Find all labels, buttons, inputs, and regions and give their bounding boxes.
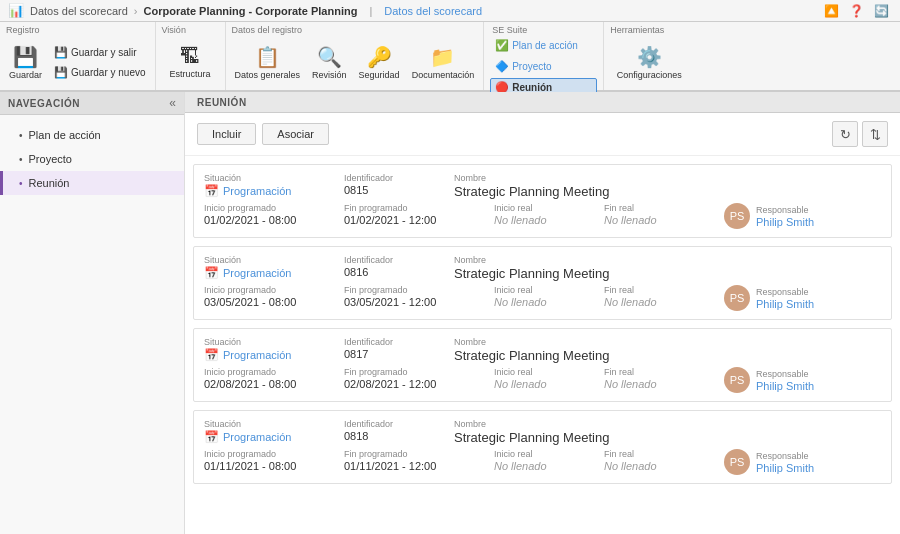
incluir-button[interactable]: Incluir — [197, 123, 256, 145]
proyecto-button[interactable]: 🔷 Proyecto — [490, 57, 597, 76]
real-start-field-2: Inicio real No llenado — [494, 285, 604, 308]
real-end-field-4: Fin real No llenado — [604, 449, 724, 472]
responsible-label-3: Responsable — [756, 369, 814, 379]
situation-label-1: Situación — [204, 173, 344, 183]
avatar-2: PS — [724, 285, 750, 311]
documentacion-icon: 📁 — [430, 45, 455, 69]
content-section-title: REUNIÓN — [197, 97, 247, 108]
collapse-btn[interactable]: 🔼 — [821, 3, 842, 19]
proyecto-icon: 🔷 — [495, 60, 509, 73]
plan-accion-icon: ✅ — [495, 39, 509, 52]
start-field-4: Inicio programado 01/11/2021 - 08:00 — [204, 449, 344, 472]
real-end-value-2: No llenado — [604, 296, 724, 308]
bullet-reunion: • — [19, 178, 23, 189]
situation-badge-1: 📅 Programación — [204, 184, 344, 198]
datos-generales-button[interactable]: 📋 Datos generales — [230, 42, 306, 83]
responsible-name-4[interactable]: Philip Smith — [756, 462, 814, 474]
section-label-datos: Datos del registro — [230, 24, 480, 36]
name-field-4: Nombre Strategic Planning Meeting — [454, 419, 881, 445]
responsible-name-1[interactable]: Philip Smith — [756, 216, 814, 228]
real-end-value-4: No llenado — [604, 460, 724, 472]
start-field-3: Inicio programado 02/08/2021 - 08:00 — [204, 367, 344, 390]
identifier-field-1: Identificador 0815 — [344, 173, 454, 196]
ribbon-section-datos: Datos del registro 📋 Datos generales 🔍 R… — [226, 22, 485, 90]
start-label-1: Inicio programado — [204, 203, 344, 213]
meeting-row-bottom-4: Inicio programado 01/11/2021 - 08:00 Fin… — [204, 449, 881, 475]
sidebar-item-reunion[interactable]: • Reunión — [0, 171, 184, 195]
calendar-icon-1: 📅 — [204, 184, 219, 198]
meeting-row-top-1: Situación 📅 Programación Identificador 0… — [204, 173, 881, 199]
situation-value-2[interactable]: Programación — [223, 267, 291, 279]
name-field-2: Nombre Strategic Planning Meeting — [454, 255, 881, 281]
refresh-btn[interactable]: 🔄 — [871, 3, 892, 19]
guardar-salir-button[interactable]: 💾 Guardar y salir — [49, 43, 151, 62]
responsible-info-1: Responsable Philip Smith — [756, 205, 814, 228]
identifier-label-4: Identificador — [344, 419, 454, 429]
situation-value-4[interactable]: Programación — [223, 431, 291, 443]
documentacion-button[interactable]: 📁 Documentación — [407, 42, 480, 83]
estructura-button[interactable]: 🏗 Estructura — [165, 42, 216, 82]
start-field-1: Inicio programado 01/02/2021 - 08:00 — [204, 203, 344, 226]
responsible-field-2: PS Responsable Philip Smith — [724, 285, 854, 311]
avatar-3: PS — [724, 367, 750, 393]
sidebar-label-proyecto: Proyecto — [29, 153, 72, 165]
seguridad-button[interactable]: 🔑 Seguridad — [354, 42, 405, 83]
app-title: Datos del scorecard — [30, 5, 128, 17]
real-start-label-2: Inicio real — [494, 285, 604, 295]
top-bar-actions: 🔼 ❓ 🔄 — [821, 3, 892, 19]
asociar-button[interactable]: Asociar — [262, 123, 329, 145]
breadcrumb-link[interactable]: Datos del scorecard — [384, 5, 482, 17]
identifier-label-3: Identificador — [344, 337, 454, 347]
situation-value-3[interactable]: Programación — [223, 349, 291, 361]
revision-icon: 🔍 — [317, 45, 342, 69]
seguridad-label: Seguridad — [359, 70, 400, 80]
guardar-salir-label: Guardar y salir — [71, 47, 137, 58]
toolbar-right: ↻ ⇅ — [832, 121, 888, 147]
refresh-list-button[interactable]: ↻ — [832, 121, 858, 147]
situation-field-4: Situación 📅 Programación — [204, 419, 344, 444]
meeting-card-4[interactable]: Situación 📅 Programación Identificador 0… — [193, 410, 892, 484]
responsible-field-3: PS Responsable Philip Smith — [724, 367, 854, 393]
guardar-salir-icon: 💾 — [54, 46, 68, 59]
meeting-card-3[interactable]: Situación 📅 Programación Identificador 0… — [193, 328, 892, 402]
real-end-value-1: No llenado — [604, 214, 724, 226]
situation-badge-3: 📅 Programación — [204, 348, 344, 362]
sidebar-item-plan-accion[interactable]: • Plan de acción — [0, 123, 184, 147]
sidebar-item-proyecto[interactable]: • Proyecto — [0, 147, 184, 171]
configuraciones-button[interactable]: ⚙️ Configuraciones — [612, 42, 687, 83]
guardar-icon: 💾 — [13, 45, 38, 69]
start-value-3: 02/08/2021 - 08:00 — [204, 378, 344, 390]
revision-label: Revisión — [312, 70, 347, 80]
help-btn[interactable]: ❓ — [846, 3, 867, 19]
datos-buttons: 📋 Datos generales 🔍 Revisión 🔑 Seguridad… — [230, 36, 480, 88]
name-value-1: Strategic Planning Meeting — [454, 184, 881, 199]
real-start-label-4: Inicio real — [494, 449, 604, 459]
meeting-card-1[interactable]: Situación 📅 Programación Identificador 0… — [193, 164, 892, 238]
breadcrumb-separator2: | — [369, 5, 372, 17]
guardar-button[interactable]: 💾 Guardar — [4, 42, 47, 83]
identifier-label-1: Identificador — [344, 173, 454, 183]
ribbon: Registro 💾 Guardar 💾 Guardar y salir 💾 G… — [0, 22, 900, 92]
vision-buttons: 🏗 Estructura — [160, 36, 221, 88]
end-field-4: Fin programado 01/11/2021 - 12:00 — [344, 449, 494, 472]
real-start-value-1: No llenado — [494, 214, 604, 226]
responsible-name-3[interactable]: Philip Smith — [756, 380, 814, 392]
sidebar-collapse-button[interactable]: « — [169, 96, 176, 110]
sort-button[interactable]: ⇅ — [862, 121, 888, 147]
end-label-4: Fin programado — [344, 449, 494, 459]
end-field-1: Fin programado 01/02/2021 - 12:00 — [344, 203, 494, 226]
ribbon-section-vision: Visión 🏗 Estructura — [156, 22, 226, 90]
real-end-label-1: Fin real — [604, 203, 724, 213]
guardar-nuevo-icon: 💾 — [54, 66, 68, 79]
meeting-card-2[interactable]: Situación 📅 Programación Identificador 0… — [193, 246, 892, 320]
estructura-icon: 🏗 — [180, 45, 200, 68]
meeting-row-bottom-3: Inicio programado 02/08/2021 - 08:00 Fin… — [204, 367, 881, 393]
responsible-name-2[interactable]: Philip Smith — [756, 298, 814, 310]
plan-accion-button[interactable]: ✅ Plan de acción — [490, 36, 597, 55]
revision-button[interactable]: 🔍 Revisión — [307, 42, 352, 83]
plan-accion-label: Plan de acción — [512, 40, 578, 51]
guardar-nuevo-button[interactable]: 💾 Guardar y nuevo — [49, 63, 151, 82]
situation-value-1[interactable]: Programación — [223, 185, 291, 197]
section-label-vision: Visión — [160, 24, 221, 36]
identifier-value-3: 0817 — [344, 348, 454, 360]
